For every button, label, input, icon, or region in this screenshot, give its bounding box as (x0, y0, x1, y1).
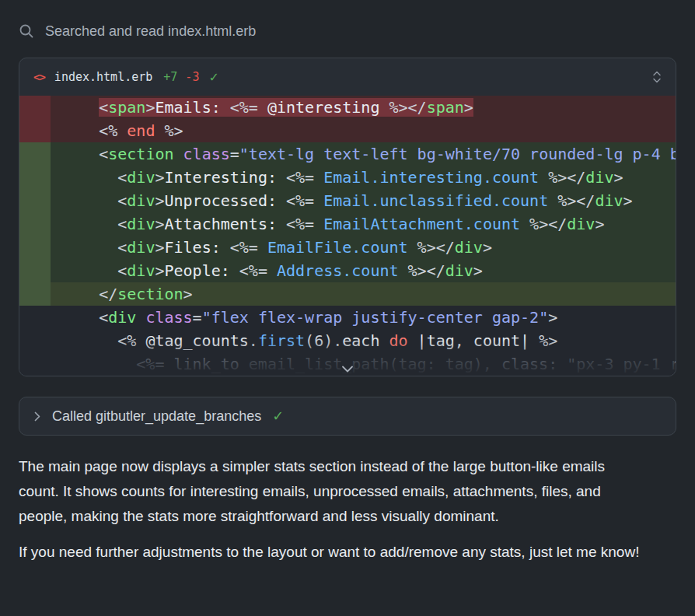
agent-chat-panel: Searched and read index.html.erb <> inde… (0, 0, 695, 565)
code-line: <div>Files: <%= EmailFile.count %></div> (19, 236, 676, 259)
diff-gutter (19, 166, 51, 189)
tool-call-row[interactable]: Called gitbutler_update_branches ✓ (19, 397, 676, 436)
search-status-row[interactable]: Searched and read index.html.erb (19, 16, 676, 47)
check-icon: ✓ (272, 408, 284, 425)
code-line: <% @tag_counts.first(6).each do |tag, co… (19, 329, 676, 352)
assistant-message: The main page now displays a simpler sta… (19, 454, 647, 565)
diff-gutter (19, 236, 51, 259)
diff-additions: +7 (163, 70, 177, 84)
tool-call-label: Called gitbutler_update_branches (52, 408, 261, 425)
diff-gutter (19, 212, 51, 236)
diff-gutter (19, 189, 51, 212)
code-file-icon: <> (33, 71, 45, 83)
code-line: </section> (19, 282, 676, 306)
search-status-text: Searched and read index.html.erb (45, 23, 256, 40)
code-line: <% end %> (19, 119, 676, 142)
code-diff-card: <> index.html.erb +7 -3 ✓ <span>Emails: … (19, 58, 676, 376)
filename: index.html.erb (54, 70, 152, 84)
message-paragraph: If you need further adjustments to the l… (19, 540, 647, 565)
diff-gutter (19, 119, 51, 142)
chevron-right-icon (33, 411, 41, 422)
diff-gutter (19, 142, 51, 166)
diff-gutter (19, 329, 51, 352)
code-line: <span>Emails: <%= @interesting %></span> (19, 96, 676, 119)
search-icon (19, 23, 34, 39)
code-line: <section class="text-lg text-left bg-whi… (19, 142, 676, 166)
diff-gutter (19, 352, 51, 376)
expand-collapse-icon[interactable] (652, 70, 662, 84)
code-lines: <span>Emails: <%= @interesting %></span>… (19, 96, 676, 376)
check-icon: ✓ (208, 70, 218, 85)
diff-gutter (19, 259, 51, 282)
show-more-chevron-icon[interactable] (341, 366, 354, 373)
code-diff-header[interactable]: <> index.html.erb +7 -3 ✓ (19, 58, 676, 96)
code-line: <div>Unprocessed: <%= Email.unclassified… (19, 189, 676, 212)
code-line: <div class="flex flex-wrap justify-cente… (19, 306, 676, 329)
code-line: <div>People: <%= Address.count %></div> (19, 259, 676, 282)
diff-gutter (19, 282, 51, 306)
message-paragraph: The main page now displays a simpler sta… (19, 454, 647, 529)
diff-gutter (19, 306, 51, 329)
diff-gutter (19, 96, 51, 119)
code-line: <div>Attachments: <%= EmailAttachment.co… (19, 212, 676, 236)
code-line: <div>Interesting: <%= Email.interesting.… (19, 166, 676, 189)
diff-deletions: -3 (185, 70, 199, 84)
